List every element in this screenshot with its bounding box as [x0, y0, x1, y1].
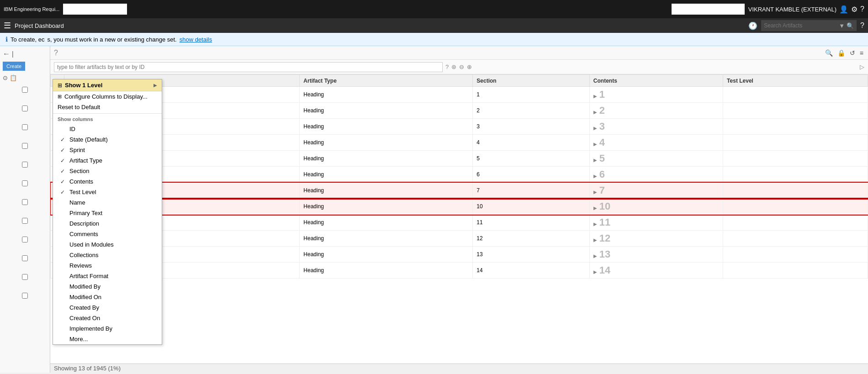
section-cell: 3 [473, 119, 590, 135]
col-contents[interactable]: Contents [589, 75, 723, 87]
info-bar: ℹ To create, ec s, you must work in a ne… [0, 33, 868, 46]
expand-right-icon[interactable]: ▷ [860, 63, 864, 70]
dropdown-item-20[interactable]: More... [53, 334, 162, 344]
header-right-input[interactable] [672, 4, 745, 15]
dropdown-item-label: Section [69, 168, 89, 174]
dropdown-item-0[interactable]: ID [53, 124, 162, 134]
table-row: Heading6▶ 6 [51, 167, 868, 183]
dropdown-item-17[interactable]: Created By [53, 302, 162, 313]
dropdown-item-11[interactable]: Used in Modules [53, 239, 162, 250]
content-cell: ▶ 12 [589, 231, 723, 247]
dropdown-item-9[interactable]: Description [53, 218, 162, 229]
configure-columns-item[interactable]: ⊞ Configure Columns to Display... [53, 91, 162, 102]
dropdown-item-label: Used in Modules [69, 241, 114, 248]
help-icon[interactable]: ? [860, 5, 864, 13]
hamburger-menu[interactable]: ☰ [4, 21, 11, 31]
table-container: ▾ Artifact Type Section Contents Test Le… [50, 74, 868, 363]
dropdown-item-8[interactable]: Primary Text [53, 208, 162, 218]
show-details-link[interactable]: show details [180, 36, 212, 43]
dropdown-item-label: More... [69, 336, 88, 342]
filter-input[interactable] [54, 62, 443, 72]
info-circle-icon[interactable]: ? [860, 21, 864, 30]
dropdown-item-5[interactable]: ✓Contents [53, 176, 162, 187]
settings-icon[interactable]: ⚙ [851, 5, 857, 14]
user-info: VIKRANT KAMBLE (EXTERNAL) 👤 ⚙ ? [748, 5, 864, 14]
dropdown-item-2[interactable]: ✓Sprint [53, 145, 162, 155]
row-checkbox-8[interactable] [2, 218, 48, 224]
artifact-type-cell: Heading [300, 119, 473, 135]
filter-help-icon[interactable]: ? [445, 63, 449, 70]
table-row: Heading3▶ 3 [51, 119, 868, 135]
dropdown-items: ID✓State (Default)✓Sprint✓Artifact Type✓… [53, 124, 162, 344]
history-icon[interactable]: 🕐 [748, 21, 757, 30]
sidebar-nav: ← | [2, 48, 48, 60]
filter-down-icon[interactable]: ⊕ [467, 63, 472, 70]
section-cell: 12 [473, 231, 590, 247]
artifact-type-cell: Heading [300, 87, 473, 103]
col-test-level[interactable]: Test Level [723, 75, 868, 87]
dropdown-item-1[interactable]: ✓State (Default) [53, 134, 162, 145]
check-icon: ✓ [60, 168, 67, 174]
question-icon[interactable]: ? [54, 49, 58, 57]
dropdown-item-label: ID [69, 126, 75, 132]
row-checkbox-3[interactable] [2, 124, 48, 130]
more-options-icon[interactable]: ≡ [859, 48, 864, 58]
show-level-item[interactable]: ⊞ Show 1 Level ▶ [53, 79, 162, 91]
dropdown-item-label: Created By [69, 304, 99, 311]
dropdown-item-14[interactable]: Artifact Format [53, 271, 162, 281]
navigate-icon[interactable]: ⊙ [3, 74, 8, 81]
refresh-icon[interactable]: ↺ [849, 48, 856, 58]
row-checkbox-12[interactable] [2, 293, 48, 299]
lock-icon[interactable]: 🔒 [836, 48, 846, 58]
search-artifacts-input[interactable] [764, 22, 837, 29]
dropdown-item-label: Created On [69, 315, 100, 321]
filter-funnel-icon[interactable]: ⊛ [451, 63, 456, 70]
dropdown-item-7[interactable]: Name [53, 197, 162, 208]
search-table-icon[interactable]: 🔍 [824, 48, 834, 58]
search-icon[interactable]: 🔍 [847, 22, 854, 29]
test-level-cell [723, 167, 868, 183]
dropdown-item-label: Artifact Type [69, 157, 102, 164]
dropdown-item-label: Sprint [69, 147, 85, 153]
dropdown-item-13[interactable]: Reviews [53, 260, 162, 271]
left-sidebar: ← | Create ⊙ 📋 [0, 46, 50, 373]
dropdown-item-10[interactable]: Comments [53, 229, 162, 239]
info-icon: ℹ [5, 36, 8, 43]
content-cell: ▶ 14 [589, 263, 723, 279]
content-wrapper: ? 🔍 🔒 ↺ ≡ ? ⊛ ⊖ ⊕ ▷ ▾ [50, 46, 868, 373]
row-checkbox-5[interactable] [2, 162, 48, 168]
dropdown-item-label: Test Level [69, 189, 96, 195]
reset-to-default-item[interactable]: Reset to Default [53, 102, 162, 112]
dropdown-item-label: Reviews [69, 262, 92, 269]
filter-minus-icon[interactable]: ⊖ [459, 63, 464, 70]
dropdown-item-6[interactable]: ✓Test Level [53, 187, 162, 197]
back-button[interactable]: ← [3, 50, 10, 58]
header-search-input[interactable] [63, 4, 127, 15]
top-header: IBM Engineering Requi... VIKRANT KAMBLE … [0, 0, 868, 18]
col-artifact-type[interactable]: Artifact Type [300, 75, 473, 87]
dropdown-item-12[interactable]: Collections [53, 250, 162, 260]
row-checkbox-7[interactable] [2, 199, 48, 205]
status-bar: Showing 13 of 1945 (1%) [50, 363, 868, 373]
dropdown-item-18[interactable]: Created On [53, 313, 162, 323]
row-checkbox-11[interactable] [2, 274, 48, 280]
table-row: 3546170 ApprovedHeading14▶ 14 [51, 263, 868, 279]
dropdown-item-4[interactable]: ✓Section [53, 166, 162, 176]
row-checkbox-6[interactable] [2, 180, 48, 186]
test-level-cell [723, 103, 868, 119]
user-icon[interactable]: 👤 [839, 5, 848, 14]
dropdown-item-15[interactable]: Modified By [53, 281, 162, 292]
row-checkbox-2[interactable] [2, 105, 48, 111]
create-button[interactable]: Create [3, 62, 25, 71]
row-checkbox-1[interactable] [2, 87, 48, 93]
project-dashboard-link[interactable]: Project Dashboard [15, 22, 64, 29]
dropdown-item-3[interactable]: ✓Artifact Type [53, 155, 162, 166]
row-checkbox-4[interactable] [2, 143, 48, 149]
row-checkbox-10[interactable] [2, 255, 48, 261]
row-checkbox-9[interactable] [2, 237, 48, 242]
dropdown-item-19[interactable]: Implemented By [53, 323, 162, 334]
dropdown-item-label: State (Default) [69, 136, 108, 143]
copy-icon[interactable]: 📋 [10, 74, 17, 81]
dropdown-item-16[interactable]: Modified On [53, 292, 162, 302]
col-section[interactable]: Section [473, 75, 590, 87]
